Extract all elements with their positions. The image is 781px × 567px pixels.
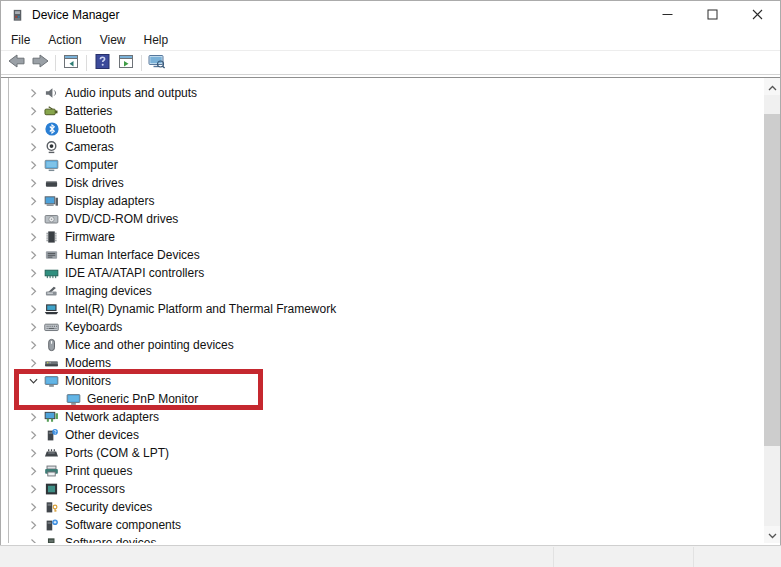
tree-indent bbox=[51, 394, 60, 404]
chevron-right-icon[interactable] bbox=[29, 232, 38, 242]
minimize-icon bbox=[662, 8, 673, 23]
webcam-icon bbox=[44, 140, 59, 154]
properties-button[interactable] bbox=[114, 52, 138, 74]
tree-item-label: Software devices bbox=[65, 536, 156, 543]
maximize-button[interactable] bbox=[690, 1, 735, 29]
help-button[interactable] bbox=[90, 52, 114, 74]
chevron-right-icon[interactable] bbox=[29, 322, 38, 332]
tree-item-dvd-cd-rom-drives[interactable]: DVD/CD-ROM drives bbox=[9, 210, 764, 228]
tree-item-label: Network adapters bbox=[65, 410, 159, 424]
tree-item-generic-pnp-monitor[interactable]: Generic PnP Monitor bbox=[9, 390, 764, 408]
tree-item-label: Other devices bbox=[65, 428, 139, 442]
tree-item-processors[interactable]: Processors bbox=[9, 480, 764, 498]
minimize-button[interactable] bbox=[645, 1, 690, 29]
tree-item-ide-ata-atapi-controllers[interactable]: IDE ATA/ATAPI controllers bbox=[9, 264, 764, 282]
display-adapter-icon bbox=[44, 194, 59, 208]
chevron-right-icon[interactable] bbox=[29, 304, 38, 314]
tree-item-bluetooth[interactable]: Bluetooth bbox=[9, 120, 764, 138]
tree-item-network-adapters[interactable]: Network adapters bbox=[9, 408, 764, 426]
chevron-right-icon[interactable] bbox=[29, 430, 38, 440]
scrollbar-thumb[interactable] bbox=[764, 114, 780, 446]
scan-hardware-icon bbox=[148, 54, 166, 72]
toolbar-separator bbox=[55, 55, 56, 71]
menu-help[interactable]: Help bbox=[135, 29, 178, 51]
tree-item-monitors[interactable]: Monitors bbox=[9, 372, 764, 390]
tree-item-disk-drives[interactable]: Disk drives bbox=[9, 174, 764, 192]
tree-item-cameras[interactable]: Cameras bbox=[9, 138, 764, 156]
tree-item-human-interface-devices[interactable]: Human Interface Devices bbox=[9, 246, 764, 264]
forward-button[interactable] bbox=[28, 52, 52, 74]
tree-item-label: Display adapters bbox=[65, 194, 154, 208]
device-tree[interactable]: Audio inputs and outputs Batteries Bluet… bbox=[8, 78, 764, 543]
chevron-right-icon[interactable] bbox=[29, 448, 38, 458]
chevron-right-icon[interactable] bbox=[29, 484, 38, 494]
chevron-right-icon[interactable] bbox=[29, 196, 38, 206]
scroll-up-button[interactable] bbox=[764, 78, 780, 95]
taskbar-separator bbox=[553, 547, 554, 567]
toolbar bbox=[1, 51, 780, 75]
tree-item-intel-r-dynamic-platform-and-thermal-framework[interactable]: Intel(R) Dynamic Platform and Thermal Fr… bbox=[9, 300, 764, 318]
taskbar-separator bbox=[693, 547, 694, 567]
tree-item-other-devices[interactable]: Other devices bbox=[9, 426, 764, 444]
chevron-right-icon[interactable] bbox=[29, 124, 38, 134]
chevron-down-icon[interactable] bbox=[29, 376, 38, 386]
close-button[interactable] bbox=[735, 1, 780, 29]
tree-item-security-devices[interactable]: Security devices bbox=[9, 498, 764, 516]
chevron-right-icon[interactable] bbox=[29, 178, 38, 188]
chevron-right-icon[interactable] bbox=[29, 358, 38, 368]
tree-item-display-adapters[interactable]: Display adapters bbox=[9, 192, 764, 210]
tree-item-modems[interactable]: Modems bbox=[9, 354, 764, 372]
chevron-right-icon[interactable] bbox=[29, 88, 38, 98]
chevron-right-icon[interactable] bbox=[29, 160, 38, 170]
chevron-right-icon[interactable] bbox=[29, 250, 38, 260]
tree-item-audio-inputs-and-outputs[interactable]: Audio inputs and outputs bbox=[9, 84, 764, 102]
device-manager-icon bbox=[9, 7, 25, 23]
chevron-right-icon[interactable] bbox=[29, 502, 38, 512]
tree-item-computer[interactable]: Computer bbox=[9, 156, 764, 174]
tree-item-label: IDE ATA/ATAPI controllers bbox=[65, 266, 204, 280]
vertical-scrollbar[interactable] bbox=[764, 78, 780, 543]
chevron-right-icon[interactable] bbox=[29, 214, 38, 224]
back-button[interactable] bbox=[4, 52, 28, 74]
disk-drive-icon bbox=[44, 176, 59, 190]
chevron-right-icon[interactable] bbox=[29, 286, 38, 296]
software-device-icon bbox=[44, 536, 59, 543]
chevron-right-icon[interactable] bbox=[29, 268, 38, 278]
chevron-right-icon[interactable] bbox=[29, 520, 38, 530]
title-bar: Device Manager bbox=[1, 1, 780, 29]
tree-item-firmware[interactable]: Firmware bbox=[9, 228, 764, 246]
tree-item-print-queues[interactable]: Print queues bbox=[9, 462, 764, 480]
tree-item-imaging-devices[interactable]: Imaging devices bbox=[9, 282, 764, 300]
chevron-right-icon[interactable] bbox=[29, 142, 38, 152]
serial-port-icon bbox=[44, 446, 59, 460]
menu-file[interactable]: File bbox=[2, 29, 39, 51]
tree-item-label: Cameras bbox=[65, 140, 114, 154]
chevron-up-icon bbox=[768, 79, 777, 94]
ide-controller-icon bbox=[44, 266, 59, 280]
chevron-right-icon[interactable] bbox=[29, 538, 38, 543]
tree-item-keyboards[interactable]: Keyboards bbox=[9, 318, 764, 336]
software-component-icon bbox=[44, 518, 59, 532]
chevron-right-icon[interactable] bbox=[29, 340, 38, 350]
tree-item-mice-and-other-pointing-devices[interactable]: Mice and other pointing devices bbox=[9, 336, 764, 354]
chevron-right-icon[interactable] bbox=[29, 412, 38, 422]
tree-item-label: Generic PnP Monitor bbox=[87, 392, 198, 406]
menu-action[interactable]: Action bbox=[39, 29, 90, 51]
scroll-down-button[interactable] bbox=[764, 526, 780, 543]
show-console-tree-button[interactable] bbox=[59, 52, 83, 74]
chevron-down-icon bbox=[768, 527, 777, 542]
tree-item-batteries[interactable]: Batteries bbox=[9, 102, 764, 120]
forward-arrow-icon bbox=[32, 54, 49, 71]
chevron-right-icon[interactable] bbox=[29, 466, 38, 476]
tree-item-software-devices[interactable]: Software devices bbox=[9, 534, 764, 543]
tree-item-ports-com-lpt[interactable]: Ports (COM & LPT) bbox=[9, 444, 764, 462]
tree-item-label: DVD/CD-ROM drives bbox=[65, 212, 178, 226]
printer-icon bbox=[44, 464, 59, 478]
tree-item-label: Mice and other pointing devices bbox=[65, 338, 234, 352]
menu-view[interactable]: View bbox=[91, 29, 135, 51]
chevron-right-icon[interactable] bbox=[29, 106, 38, 116]
menu-bar: FileActionViewHelp bbox=[1, 29, 780, 51]
scan-hardware-button[interactable] bbox=[145, 52, 169, 74]
tree-item-software-components[interactable]: Software components bbox=[9, 516, 764, 534]
tree-item-label: Modems bbox=[65, 356, 111, 370]
